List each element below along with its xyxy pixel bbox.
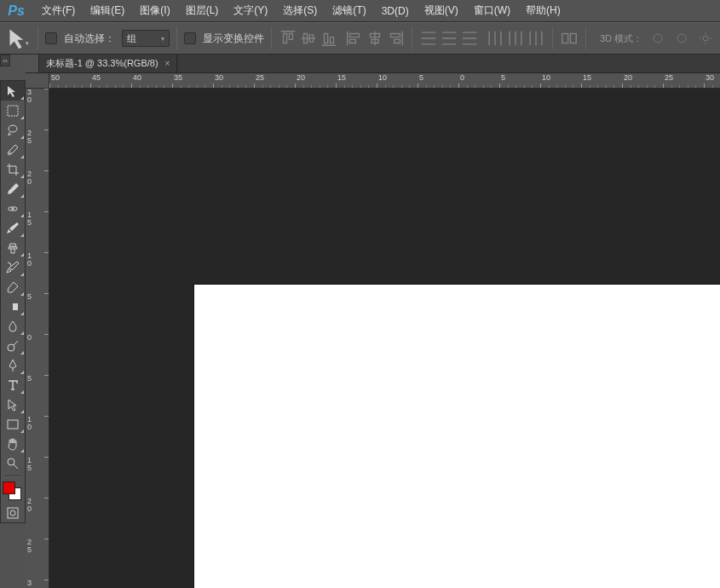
mode-3d-label: 3D 模式： <box>600 32 642 45</box>
app-logo: Ps <box>5 2 27 20</box>
align-group-1 <box>279 30 338 47</box>
svg-rect-0 <box>562 34 568 43</box>
orbit-3d-icon[interactable] <box>649 30 666 47</box>
ruler-origin-corner[interactable] <box>26 73 49 89</box>
distribute-group-2 <box>486 30 545 47</box>
auto-select-checkbox[interactable] <box>45 32 57 44</box>
brush-tool[interactable] <box>1 218 25 238</box>
zoom-tool[interactable] <box>1 453 25 473</box>
menu-window[interactable]: 窗口(W) <box>466 0 518 21</box>
svg-point-4 <box>703 36 708 41</box>
menu-image[interactable]: 图像(I) <box>132 0 177 21</box>
align-group-2 <box>345 30 405 47</box>
divider <box>552 27 553 49</box>
crop-tool[interactable] <box>1 159 25 179</box>
ruler-vertical[interactable]: 30252015105051015202530 <box>26 89 49 588</box>
spot-healing-tool[interactable] <box>1 199 25 218</box>
color-swatches[interactable] <box>1 480 25 504</box>
tool-separator <box>1 473 25 478</box>
quick-mask-toggle[interactable] <box>1 504 25 522</box>
rectangle-tool[interactable] <box>1 414 25 434</box>
canvas-artboard[interactable] <box>194 285 720 588</box>
distribute-top-button[interactable] <box>419 30 438 47</box>
align-hcenter-button[interactable] <box>366 30 384 47</box>
auto-select-target-select[interactable]: 组 ▾ <box>122 30 170 47</box>
svg-rect-5 <box>8 106 18 116</box>
show-transform-checkbox[interactable] <box>184 32 196 44</box>
history-brush-tool[interactable] <box>1 257 25 277</box>
tab-gutter <box>26 55 39 72</box>
auto-align-button[interactable] <box>560 30 579 47</box>
svg-rect-1 <box>570 34 576 43</box>
path-selection-tool[interactable] <box>1 395 25 414</box>
svg-point-3 <box>677 34 686 43</box>
distribute-bottom-button[interactable] <box>460 30 479 47</box>
divider <box>412 27 412 49</box>
menu-help[interactable]: 帮助(H) <box>518 0 568 21</box>
blur-tool[interactable] <box>1 316 25 336</box>
pan-3d-icon[interactable] <box>673 30 690 47</box>
foreground-color-swatch[interactable] <box>3 481 15 494</box>
svg-rect-11 <box>8 420 18 429</box>
menu-bar: Ps 文件(F) 编辑(E) 图像(I) 图层(L) 文字(Y) 选择(S) 滤… <box>0 0 720 22</box>
divider <box>271 27 272 49</box>
menu-3d[interactable]: 3D(D) <box>374 2 417 20</box>
align-vcenter-button[interactable] <box>299 30 318 47</box>
distribute-hcenter-button[interactable] <box>506 30 525 47</box>
distribute-vcenter-button[interactable] <box>440 30 458 47</box>
svg-point-10 <box>8 344 14 351</box>
svg-rect-9 <box>8 303 13 310</box>
document-tab[interactable]: 未标题-1 @ 33.3%(RGB/8) × <box>39 55 177 72</box>
menu-view[interactable]: 视图(V) <box>417 0 466 21</box>
svg-point-12 <box>8 458 14 465</box>
svg-rect-13 <box>8 508 18 518</box>
divider <box>585 27 586 49</box>
auto-select-value: 组 <box>127 32 136 45</box>
select-caret-icon: ▾ <box>161 35 164 43</box>
divider <box>176 27 177 49</box>
type-tool[interactable] <box>1 375 25 395</box>
move-tool[interactable] <box>1 81 25 101</box>
hand-tool[interactable] <box>1 434 25 453</box>
options-bar: ▾ 自动选择： 组 ▾ 显示变换控件 3D 模式： <box>0 22 720 55</box>
clone-stamp-tool[interactable] <box>1 238 25 257</box>
light-3d-icon[interactable] <box>697 30 714 47</box>
eraser-tool[interactable] <box>1 277 25 297</box>
document-tab-bar: 未标题-1 @ 33.3%(RGB/8) × <box>26 55 720 73</box>
svg-point-14 <box>10 510 15 516</box>
auto-select-label: 自动选择： <box>64 32 115 46</box>
panel-collapse-toggle[interactable]: ›› <box>0 55 10 66</box>
rectangular-marquee-tool[interactable] <box>1 101 25 120</box>
dodge-tool[interactable] <box>1 336 25 355</box>
eyedropper-tool[interactable] <box>1 179 25 199</box>
menu-edit[interactable]: 编辑(E) <box>83 0 132 21</box>
gradient-tool[interactable] <box>1 297 25 316</box>
lasso-tool[interactable] <box>1 120 25 140</box>
ruler-horizontal[interactable]: 5045403530252015105051015202530 <box>49 73 720 89</box>
quick-selection-tool[interactable] <box>1 140 25 159</box>
distribute-group-1 <box>419 30 479 47</box>
menu-layer[interactable]: 图层(L) <box>178 0 227 21</box>
show-transform-label: 显示变换控件 <box>203 32 264 46</box>
tool-preset-caret-icon: ▾ <box>26 40 29 47</box>
divider <box>37 27 38 49</box>
align-bottom-button[interactable] <box>320 30 338 47</box>
canvas-viewport[interactable] <box>49 89 720 588</box>
work-area: 5045403530252015105051015202530 30252015… <box>26 73 720 588</box>
document-tab-title: 未标题-1 @ 33.3%(RGB/8) <box>46 57 158 70</box>
menu-type[interactable]: 文字(Y) <box>226 0 275 21</box>
align-right-button[interactable] <box>386 30 405 47</box>
menu-select[interactable]: 选择(S) <box>275 0 325 21</box>
tab-close-icon[interactable]: × <box>165 59 170 68</box>
menu-filter[interactable]: 滤镜(T) <box>325 0 373 21</box>
pen-tool[interactable] <box>1 355 25 375</box>
toolbox <box>0 80 26 523</box>
current-tool-icon[interactable]: ▾ <box>7 29 31 48</box>
svg-point-2 <box>654 34 662 43</box>
menu-file[interactable]: 文件(F) <box>34 0 83 21</box>
distribute-right-button[interactable] <box>527 30 545 47</box>
distribute-left-button[interactable] <box>486 30 504 47</box>
align-left-button[interactable] <box>345 30 364 47</box>
align-top-button[interactable] <box>279 30 297 47</box>
